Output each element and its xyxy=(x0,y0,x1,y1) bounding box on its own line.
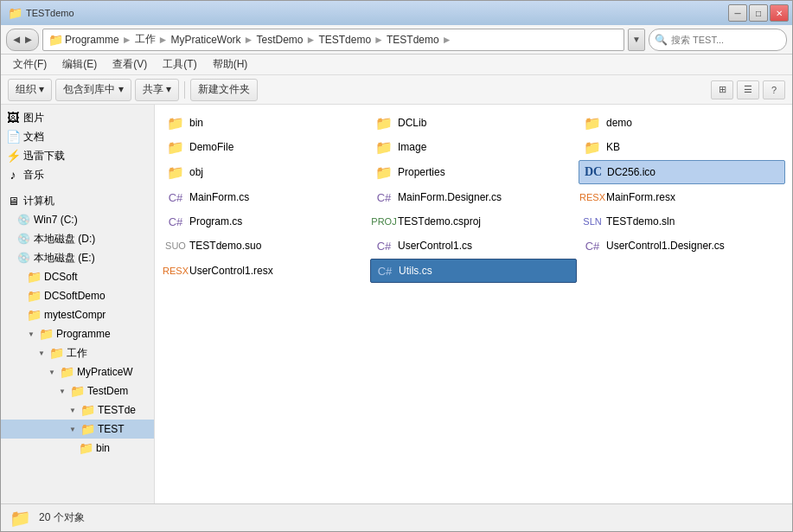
cs-file-icon-mainform: C# xyxy=(167,189,184,206)
sidebar-item-pictures[interactable]: 🖼 图片 xyxy=(1,108,154,127)
sidebar-label-locald: 本地磁盘 (D:) xyxy=(34,232,95,247)
title-bar-left: 📁 TESTdemo xyxy=(8,6,74,20)
back-forward-button[interactable]: ◄ ► xyxy=(6,29,39,51)
test-folder-icon: 📁 xyxy=(80,422,94,436)
file-item-programcs[interactable]: C# Program.cs xyxy=(162,210,368,233)
file-name-kb: KB xyxy=(606,141,620,153)
file-area[interactable]: 📁 bin 📁 DCLib 📁 demo 📁 DemoFile 📁 xyxy=(155,105,792,503)
breadcrumb-box[interactable]: 📁 Programme ► 工作 ► MyPraticeWork ► TestD… xyxy=(42,29,624,51)
file-name-bin: bin xyxy=(189,117,203,129)
thunder-icon: ⚡ xyxy=(6,149,20,163)
menu-view[interactable]: 查看(V) xyxy=(106,55,154,74)
file-item-dc256ico[interactable]: DC DC256.ico xyxy=(579,160,785,184)
menu-file[interactable]: 文件(F) xyxy=(6,55,54,74)
file-item-usercontrol1designercs[interactable]: C# UserControl1.Designer.cs xyxy=(579,234,785,257)
sidebar-label-mypratice: MyPraticeW xyxy=(77,366,133,378)
organize-label: 组织 ▾ xyxy=(16,82,44,97)
breadcrumb-testdemo3[interactable]: TESTdemo xyxy=(387,34,439,46)
search-input[interactable] xyxy=(671,35,766,45)
sidebar-item-testde[interactable]: ▼ 📁 TESTde xyxy=(1,401,154,420)
sidebar-item-locale[interactable]: 💿 本地磁盘 (E:) xyxy=(1,248,154,267)
file-item-usercontrol1resx[interactable]: RESX UserControl1.resx xyxy=(162,259,368,283)
file-item-properties[interactable]: 📁 Properties xyxy=(370,160,577,184)
file-item-mainformresx[interactable]: RESX MainForm.resx xyxy=(579,186,785,208)
breadcrumb-programme[interactable]: Programme xyxy=(65,34,119,46)
folder-icon-properties: 📁 xyxy=(375,163,393,181)
sidebar-item-documents[interactable]: 📄 文档 xyxy=(1,127,154,146)
sidebar-item-programme[interactable]: ▼ 📁 Programme xyxy=(1,324,154,343)
back-arrow-icon: ◄ xyxy=(11,33,22,46)
file-item-usercontrol1cs[interactable]: C# UserControl1.cs xyxy=(370,234,577,257)
menu-tools[interactable]: 工具(T) xyxy=(156,55,203,74)
search-box[interactable]: 🔍 xyxy=(649,29,787,51)
file-item-dclib[interactable]: 📁 DCLib xyxy=(370,112,577,134)
file-item-bin[interactable]: 📁 bin xyxy=(162,112,368,134)
sidebar-item-win7c[interactable]: 💿 Win7 (C:) xyxy=(1,210,154,229)
mytestcompr-folder-icon: 📁 xyxy=(27,308,41,322)
resx-file-icon-mainform: RESX xyxy=(584,189,601,206)
file-name-demo: demo xyxy=(606,117,632,129)
file-item-testdemosuo[interactable]: SUO TESTdemo.suo xyxy=(162,234,368,257)
dcsoft-folder-icon: 📁 xyxy=(27,270,41,284)
status-folder-icon: 📁 xyxy=(10,508,30,529)
sidebar-item-test-selected[interactable]: ▼ 📁 TEST xyxy=(1,420,154,439)
ico-file-icon: DC xyxy=(585,163,602,181)
sidebar-item-music[interactable]: ♪ 音乐 xyxy=(1,165,154,184)
view-grid-button[interactable]: ⊞ xyxy=(711,80,733,99)
drive-e-icon: 💿 xyxy=(16,251,30,265)
search-icon: 🔍 xyxy=(655,34,668,46)
breadcrumb-testdemo2[interactable]: TESTdemo xyxy=(318,34,371,46)
documents-icon: 📄 xyxy=(6,130,20,144)
sidebar-label-documents: 文档 xyxy=(23,130,44,144)
menu-edit[interactable]: 编辑(E) xyxy=(55,55,104,74)
sidebar-scroll[interactable]: 🖼 图片 📄 文档 ⚡ 迅雷下载 ♪ 音乐 🖥 xyxy=(1,105,154,503)
close-button[interactable]: ✕ xyxy=(770,4,789,22)
help-button[interactable]: ? xyxy=(763,80,785,99)
folder-icon-obj: 📁 xyxy=(167,163,184,181)
breadcrumb-testdemo[interactable]: TestDemo xyxy=(256,34,303,46)
share-button[interactable]: 共享 ▾ xyxy=(135,79,179,101)
folder-nav-icon: 📁 xyxy=(48,33,63,47)
file-item-mainformdesignercs[interactable]: C# MainForm.Designer.cs xyxy=(370,186,577,208)
file-item-testdemosln[interactable]: SLN TESTdemo.sln xyxy=(579,210,785,233)
sidebar-item-mytestcompr[interactable]: 📁 mytestCompr xyxy=(1,305,154,324)
folder-icon-dclib: 📁 xyxy=(375,114,393,131)
work-folder-icon: 📁 xyxy=(49,346,63,360)
menu-help[interactable]: 帮助(H) xyxy=(206,55,255,74)
sidebar-label-testdemo: TestDem xyxy=(87,385,128,397)
maximize-button[interactable]: □ xyxy=(749,4,768,22)
sidebar-label-computer: 计算机 xyxy=(23,194,54,208)
include-library-button[interactable]: 包含到库中 ▾ xyxy=(55,79,131,101)
folder-icon-bin: 📁 xyxy=(167,114,184,131)
file-item-utilscs[interactable]: C# Utils.cs xyxy=(370,259,577,283)
file-name-testdemosuo: TESTdemo.suo xyxy=(189,240,261,252)
sidebar-label-win7c: Win7 (C:) xyxy=(34,214,78,226)
sidebar-item-bin-sub[interactable]: 📁 bin xyxy=(1,439,154,458)
sidebar-item-thunderdown[interactable]: ⚡ 迅雷下载 xyxy=(1,146,154,165)
sidebar-item-dcsoftdemo[interactable]: 📁 DCSoftDemo xyxy=(1,286,154,305)
file-item-image[interactable]: 📁 Image xyxy=(370,136,577,158)
sidebar-item-mypratice[interactable]: ▼ 📁 MyPraticeW xyxy=(1,362,154,381)
file-item-demo[interactable]: 📁 demo xyxy=(579,112,785,134)
file-item-mainformcs[interactable]: C# MainForm.cs xyxy=(162,186,368,208)
breadcrumb-dropdown-button[interactable]: ▼ xyxy=(628,29,645,51)
organize-button[interactable]: 组织 ▾ xyxy=(8,79,52,101)
view-list-button[interactable]: ☰ xyxy=(737,80,759,99)
file-item-testdemocsproj[interactable]: PROJ TESTdemo.csproj xyxy=(370,210,577,233)
folder-icon-demofile: 📁 xyxy=(167,138,184,156)
sidebar-item-testdemo[interactable]: ▼ 📁 TestDem xyxy=(1,381,154,401)
file-item-demofile[interactable]: 📁 DemoFile xyxy=(162,136,368,158)
title-bar-controls: ─ □ ✕ xyxy=(728,4,789,22)
file-item-kb[interactable]: 📁 KB xyxy=(579,136,785,158)
breadcrumb-mypraticework[interactable]: MyPraticeWork xyxy=(170,34,240,46)
minimize-button[interactable]: ─ xyxy=(728,4,747,22)
sidebar-item-computer[interactable]: 🖥 计算机 xyxy=(1,191,154,210)
breadcrumb-work[interactable]: 工作 xyxy=(135,32,156,47)
sidebar-item-locald[interactable]: 💿 本地磁盘 (D:) xyxy=(1,229,154,248)
file-item-obj[interactable]: 📁 obj xyxy=(162,160,368,184)
new-folder-button[interactable]: 新建文件夹 xyxy=(190,79,258,101)
sidebar-item-dcsoft[interactable]: 📁 DCSoft xyxy=(1,267,154,286)
sidebar-label-dcsoft: DCSoft xyxy=(44,271,78,283)
sidebar-item-work[interactable]: ▼ 📁 工作 xyxy=(1,343,154,362)
sidebar-label-locale: 本地磁盘 (E:) xyxy=(34,251,95,266)
